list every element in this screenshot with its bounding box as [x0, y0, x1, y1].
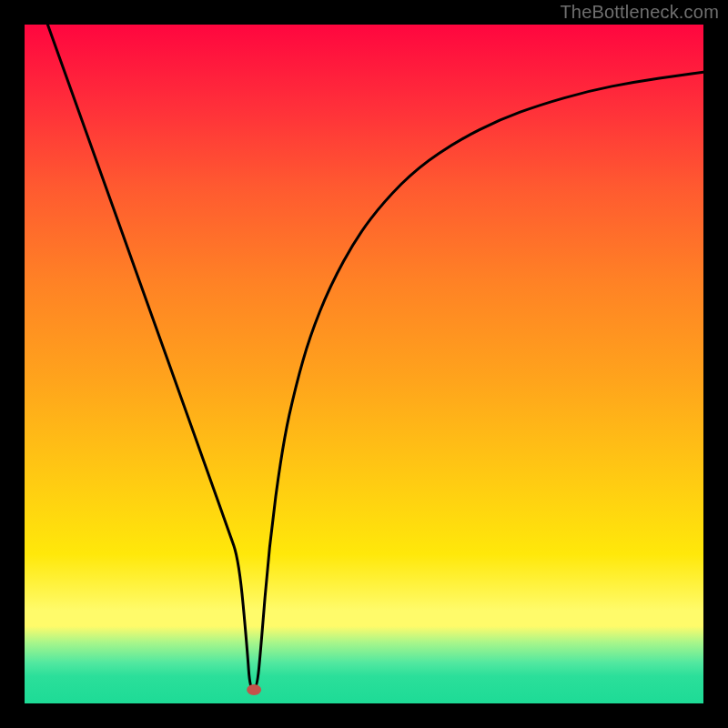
bottleneck-curve [47, 25, 703, 690]
chart-svg [25, 25, 703, 703]
plot-area [25, 25, 703, 703]
chart-frame: TheBottleneck.com [0, 0, 728, 728]
minimum-marker [247, 684, 261, 695]
watermark-text: TheBottleneck.com [560, 2, 719, 23]
